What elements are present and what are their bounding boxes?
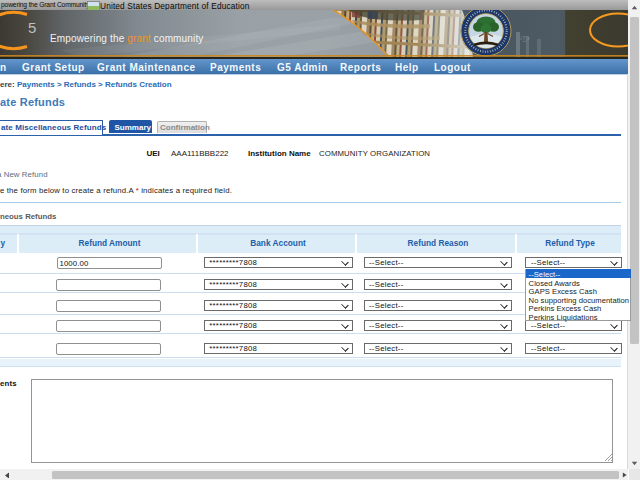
svg-text:5: 5 — [28, 19, 36, 36]
svg-text:Empowering the grant community: Empowering the grant community. — [50, 33, 206, 44]
